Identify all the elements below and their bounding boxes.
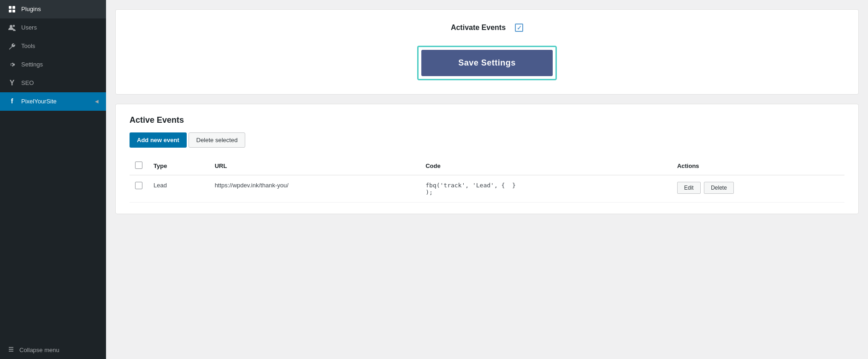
sidebar-item-users-label: Users (21, 24, 99, 32)
sidebar-item-users[interactable]: Users (0, 18, 106, 37)
sidebar-item-seo-label: SEO (21, 79, 99, 87)
add-new-event-button[interactable]: Add new event (130, 132, 187, 148)
sidebar-item-tools-label: Tools (21, 42, 99, 50)
sidebar-item-pixelyoursite-label: PixelYourSite (21, 97, 90, 106)
seo-icon: Y (7, 78, 17, 88)
save-settings-button[interactable]: Save Settings (421, 50, 553, 76)
save-settings-card: Activate Events Save Settings (115, 9, 859, 95)
table-row: Lead https://wpdev.ink/thank-you/ fbq('t… (130, 175, 844, 203)
main-content: Activate Events Save Settings Active Eve… (106, 0, 868, 359)
sidebar: Plugins Users Tools Settings Y (0, 0, 106, 359)
edit-event-button[interactable]: Edit (677, 182, 701, 194)
sidebar-arrow-icon: ◀ (95, 98, 99, 105)
users-icon (7, 23, 17, 32)
plugins-icon (7, 5, 17, 14)
sidebar-item-settings-label: Settings (21, 60, 99, 69)
collapse-icon (7, 346, 15, 354)
activate-events-label: Activate Events (451, 24, 506, 32)
row-checkbox[interactable] (135, 182, 142, 189)
col-header-actions: Actions (672, 157, 844, 175)
svg-rect-2 (9, 10, 12, 12)
collapse-menu[interactable]: Collapse menu (0, 341, 106, 359)
sidebar-item-seo[interactable]: Y SEO (0, 74, 106, 92)
svg-rect-0 (9, 6, 12, 9)
tools-icon (7, 42, 17, 51)
active-events-title: Active Events (130, 115, 844, 125)
row-type-cell: Lead (148, 175, 209, 203)
activate-events-checkbox[interactable] (515, 24, 523, 32)
col-header-checkbox (130, 157, 148, 175)
save-settings-wrapper: Save Settings (134, 46, 840, 80)
activate-events-row: Activate Events (134, 24, 840, 32)
sidebar-item-plugins[interactable]: Plugins (0, 0, 106, 18)
events-table: Type URL Code Actions Lead https://wpdev… (130, 157, 844, 203)
delete-event-button[interactable]: Delete (704, 182, 734, 194)
row-actions-cell: Edit Delete (672, 175, 844, 203)
sidebar-item-tools[interactable]: Tools (0, 37, 106, 55)
settings-icon (7, 60, 17, 69)
row-checkbox-cell (130, 175, 148, 203)
col-header-type: Type (148, 157, 209, 175)
delete-selected-button[interactable]: Delete selected (189, 132, 246, 148)
pixelyoursite-icon: f (7, 97, 17, 106)
select-all-checkbox[interactable] (135, 162, 142, 169)
events-btn-group: Add new event Delete selected (130, 132, 844, 148)
svg-point-5 (13, 25, 15, 27)
sidebar-item-plugins-label: Plugins (21, 5, 99, 13)
active-events-card: Active Events Add new event Delete selec… (115, 104, 859, 214)
col-header-url: URL (209, 157, 420, 175)
save-settings-outline: Save Settings (417, 46, 557, 80)
sidebar-item-pixelyoursite[interactable]: f PixelYourSite ◀ (0, 92, 106, 111)
col-header-code: Code (420, 157, 672, 175)
svg-rect-3 (12, 10, 15, 12)
row-code-cell: fbq('track', 'Lead', { } ); (420, 175, 672, 203)
collapse-menu-label: Collapse menu (19, 347, 59, 353)
sidebar-item-settings[interactable]: Settings (0, 55, 106, 74)
row-url-cell: https://wpdev.ink/thank-you/ (209, 175, 420, 203)
svg-rect-1 (12, 6, 15, 9)
